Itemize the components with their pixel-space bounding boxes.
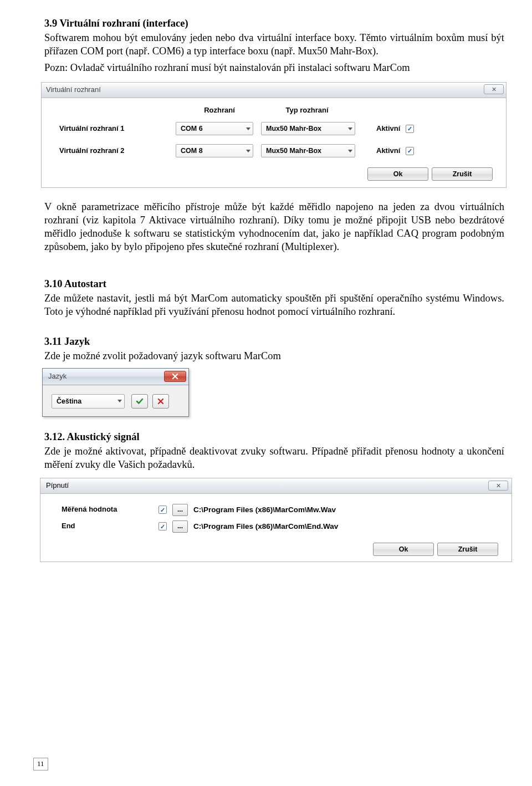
language-dialog: Jazyk Čeština bbox=[42, 368, 189, 417]
close-button[interactable] bbox=[164, 371, 186, 382]
para-3-10: Zde můžete nastavit, jestli má být MarCo… bbox=[44, 292, 504, 318]
cancel-button[interactable] bbox=[152, 394, 169, 409]
interface-row-2: Virtuální rozhraní 2 COM 8 Mux50 Mahr-Bo… bbox=[59, 144, 496, 157]
row1-label: Virtuální rozhraní 1 bbox=[59, 124, 176, 134]
dialog-body: Rozhraní Typ rozhraní Virtuální rozhraní… bbox=[42, 98, 506, 187]
dialog-body: Čeština bbox=[43, 385, 188, 416]
dialog-footer: Ok Zrušit bbox=[62, 537, 498, 556]
dialog-footer: Ok Zrušit bbox=[59, 166, 496, 181]
ok-button[interactable]: Ok bbox=[373, 543, 434, 556]
dropdown-value: COM 8 bbox=[181, 146, 203, 155]
col-rozhrani: Rozhraní bbox=[176, 106, 263, 115]
dialog-titlebar: Virtuální rozhraní ✕ bbox=[42, 83, 506, 98]
browse-button-1[interactable]: ... bbox=[172, 504, 188, 516]
dialog-title: Jazyk bbox=[48, 372, 66, 381]
close-icon bbox=[172, 373, 178, 380]
para-3-9-1: Softwarem mohou být emulovány jeden nebo… bbox=[44, 31, 504, 58]
sound-path-1: C:\Program Files (x86)\MarCom\Mw.Wav bbox=[193, 505, 336, 515]
heading-3-12: 3.12. Akustický signál bbox=[44, 430, 504, 443]
sound-row-end: End ✓ ... C:\Program Files (x86)\MarCom\… bbox=[62, 520, 498, 533]
interface-row-1: Virtuální rozhraní 1 COM 6 Mux50 Mahr-Bo… bbox=[59, 122, 496, 135]
row-label: End bbox=[62, 522, 158, 531]
para-3-9-2: Pozn: Ovladač virtuálního rozhraní musí … bbox=[44, 61, 504, 74]
language-dropdown[interactable]: Čeština bbox=[52, 394, 125, 409]
dialog-titlebar: Jazyk bbox=[43, 369, 188, 385]
column-headers: Rozhraní Typ rozhraní bbox=[176, 106, 496, 115]
dialog-title: Pípnutí bbox=[46, 481, 69, 491]
cancel-button[interactable]: Zrušit bbox=[437, 543, 498, 556]
close-button[interactable]: ✕ bbox=[488, 481, 508, 491]
heading-3-11: 3.11 Jazyk bbox=[44, 335, 504, 348]
row2-label: Virtuální rozhraní 2 bbox=[59, 146, 176, 156]
col-typ: Typ rozhraní bbox=[263, 106, 351, 115]
dropdown-value: Mux50 Mahr-Box bbox=[266, 146, 321, 155]
browse-button-2[interactable]: ... bbox=[172, 520, 188, 533]
para-3-11: Zde je možné zvolit požadovaný jazyk sof… bbox=[44, 349, 504, 363]
sound-checkbox-1[interactable]: ✓ bbox=[158, 506, 167, 514]
chevron-down-icon bbox=[348, 127, 352, 130]
row-label: Měřená hodnota bbox=[62, 505, 158, 514]
sound-path-2: C:\Program Files (x86)\MarCom\End.Wav bbox=[193, 522, 338, 532]
dialog-titlebar: Pípnutí ✕ bbox=[40, 478, 511, 494]
cancel-button[interactable]: Zrušit bbox=[432, 167, 493, 181]
para-3-9-3: V okně parametrizace měřicího přístroje … bbox=[44, 200, 504, 253]
active-checkbox-2[interactable]: ✓ bbox=[406, 147, 414, 155]
heading-3-10: 3.10 Autostart bbox=[44, 277, 504, 290]
dropdown-value: Čeština bbox=[57, 397, 81, 406]
sound-checkbox-2[interactable]: ✓ bbox=[158, 522, 167, 530]
com-port-dropdown-2[interactable]: COM 8 bbox=[176, 144, 253, 157]
chevron-down-icon bbox=[246, 127, 250, 130]
sound-row-measured: Měřená hodnota ✓ ... C:\Program Files (x… bbox=[62, 504, 498, 516]
active-checkbox-1[interactable]: ✓ bbox=[406, 125, 414, 133]
check-icon bbox=[136, 397, 144, 405]
dropdown-value: Mux50 Mahr-Box bbox=[266, 124, 321, 133]
box-type-dropdown-1[interactable]: Mux50 Mahr-Box bbox=[261, 122, 355, 135]
dialog-title: Virtuální rozhraní bbox=[46, 85, 101, 95]
close-button[interactable]: ✕ bbox=[484, 84, 504, 94]
page-number: 11 bbox=[33, 758, 48, 770]
cancel-icon bbox=[157, 398, 164, 405]
active-label: Aktivní bbox=[376, 124, 400, 134]
ok-button[interactable]: Ok bbox=[367, 167, 428, 181]
chevron-down-icon bbox=[246, 150, 250, 152]
dropdown-value: COM 6 bbox=[181, 124, 203, 133]
com-port-dropdown-1[interactable]: COM 6 bbox=[176, 122, 253, 135]
chevron-down-icon bbox=[348, 150, 352, 152]
box-type-dropdown-2[interactable]: Mux50 Mahr-Box bbox=[261, 144, 355, 157]
beep-dialog: Pípnutí ✕ Měřená hodnota ✓ ... C:\Progra… bbox=[40, 478, 512, 562]
dialog-body: Měřená hodnota ✓ ... C:\Program Files (x… bbox=[40, 494, 511, 562]
virtual-interface-dialog: Virtuální rozhraní ✕ Rozhraní Typ rozhra… bbox=[41, 82, 507, 188]
active-label: Aktivní bbox=[376, 146, 400, 156]
chevron-down-icon bbox=[117, 400, 122, 402]
heading-3-9: 3.9 Virtuální rozhraní (interface) bbox=[44, 17, 504, 30]
para-3-12: Zde je možné aktivovat, případně deaktiv… bbox=[44, 445, 504, 471]
confirm-button[interactable] bbox=[131, 394, 148, 409]
